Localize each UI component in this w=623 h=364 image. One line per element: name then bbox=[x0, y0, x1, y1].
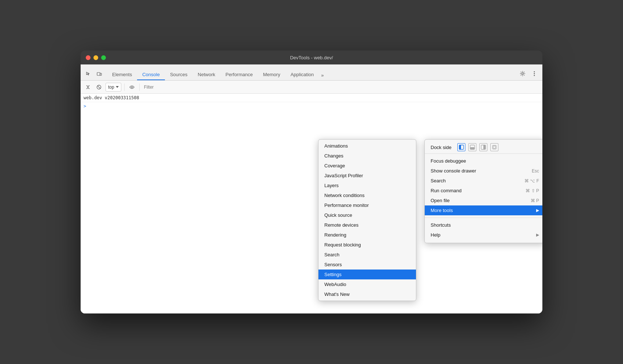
tab-console[interactable]: Console bbox=[137, 64, 165, 80]
menu-item-sensors[interactable]: Sensors bbox=[318, 260, 416, 270]
undock-icon[interactable] bbox=[490, 143, 498, 151]
menu-divider-1 bbox=[425, 153, 542, 154]
more-options-icon[interactable] bbox=[529, 68, 539, 79]
svg-rect-11 bbox=[459, 145, 461, 149]
tab-network[interactable]: Network bbox=[193, 64, 221, 80]
eye-icon[interactable] bbox=[128, 83, 136, 92]
traffic-lights bbox=[86, 55, 106, 60]
toolbar-divider2 bbox=[139, 83, 140, 91]
devtools-window: DevTools - web.dev/ Elements bbox=[81, 51, 542, 313]
menu-item-whats-new[interactable]: What's New bbox=[318, 289, 416, 299]
minimize-button[interactable] bbox=[93, 55, 98, 60]
menu-focus-debuggee[interactable]: Focus debuggee bbox=[425, 156, 542, 166]
close-button[interactable] bbox=[86, 55, 91, 60]
menu-divider-2 bbox=[425, 218, 542, 218]
tab-application[interactable]: Application bbox=[285, 64, 319, 80]
window-title: DevTools - web.dev/ bbox=[290, 55, 333, 60]
tab-bar: Elements Console Sources Network Perform… bbox=[81, 64, 542, 81]
filter-input[interactable] bbox=[143, 84, 539, 90]
tab-sources[interactable]: Sources bbox=[165, 64, 193, 80]
svg-rect-0 bbox=[97, 73, 100, 75]
devtools-body: Elements Console Sources Network Perform… bbox=[81, 64, 542, 313]
settings-icon[interactable] bbox=[517, 68, 528, 79]
menu-item-coverage[interactable]: Coverage bbox=[318, 161, 416, 171]
title-bar: DevTools - web.dev/ bbox=[81, 51, 542, 64]
maximize-button[interactable] bbox=[101, 55, 106, 60]
tab-bar-icons bbox=[84, 69, 104, 80]
dock-right-icon[interactable] bbox=[479, 143, 487, 151]
menu-run-command[interactable]: Run command ⌘ ⇧ P bbox=[425, 186, 542, 196]
menu-item-js-profiler[interactable]: JavaScript Profiler bbox=[318, 171, 416, 181]
console-toolbar: top bbox=[81, 81, 542, 94]
menu-item-remote-devices[interactable]: Remote devices bbox=[318, 220, 416, 230]
menu-open-file[interactable]: Open file ⌘ P bbox=[425, 196, 542, 205]
svg-point-3 bbox=[534, 71, 535, 73]
tab-memory[interactable]: Memory bbox=[258, 64, 285, 80]
main-context-menu[interactable]: Dock side bbox=[424, 139, 542, 243]
svg-rect-17 bbox=[493, 146, 495, 148]
menu-item-animations[interactable]: Animations bbox=[318, 141, 416, 151]
svg-rect-15 bbox=[483, 145, 486, 149]
menu-show-console-drawer[interactable]: Show console drawer Esc bbox=[425, 166, 542, 176]
menu-item-perf-monitor[interactable]: Performance monitor bbox=[318, 200, 416, 210]
menu-item-layers[interactable]: Layers bbox=[318, 181, 416, 190]
menu-item-changes[interactable]: Changes bbox=[318, 151, 416, 161]
device-toolbar-icon[interactable] bbox=[95, 69, 104, 79]
menu-section-2: Shortcuts Help ▶ bbox=[425, 219, 542, 241]
toolbar-right bbox=[517, 68, 539, 80]
clear-console-icon[interactable] bbox=[84, 83, 92, 92]
dock-left-icon[interactable] bbox=[457, 143, 465, 151]
svg-line-8 bbox=[97, 86, 100, 89]
dock-side-label: Dock side bbox=[431, 145, 451, 150]
select-element-icon[interactable] bbox=[84, 69, 93, 79]
menu-item-network-conditions[interactable]: Network conditions bbox=[318, 190, 416, 200]
toolbar-divider bbox=[124, 83, 125, 91]
svg-point-5 bbox=[534, 75, 535, 76]
block-icon[interactable] bbox=[95, 83, 103, 92]
svg-point-4 bbox=[534, 73, 535, 74]
more-tools-submenu[interactable]: Animations Changes Coverage JavaScript P… bbox=[318, 139, 416, 301]
menu-item-request-blocking[interactable]: Request blocking bbox=[318, 240, 416, 250]
menu-item-rendering[interactable]: Rendering bbox=[318, 230, 416, 240]
menu-section-1: Focus debuggee Show console drawer Esc S… bbox=[425, 155, 542, 217]
dock-bottom-icon[interactable] bbox=[468, 143, 476, 151]
menu-item-webaudio[interactable]: WebAudio bbox=[318, 279, 416, 289]
menu-item-search[interactable]: Search bbox=[318, 250, 416, 260]
tab-elements[interactable]: Elements bbox=[107, 64, 137, 80]
console-content: web.dev v202003311508 > Animations Chang… bbox=[81, 94, 542, 313]
console-log-line: web.dev v202003311508 bbox=[81, 94, 542, 102]
console-prompt[interactable]: > bbox=[81, 102, 542, 110]
context-select[interactable]: top bbox=[106, 83, 121, 92]
svg-rect-13 bbox=[470, 147, 475, 149]
svg-rect-1 bbox=[100, 73, 102, 75]
tab-performance[interactable]: Performance bbox=[220, 64, 258, 80]
menu-item-quick-source[interactable]: Quick source bbox=[318, 210, 416, 220]
menu-more-tools[interactable]: More tools ▶ bbox=[425, 205, 542, 215]
menu-search[interactable]: Search ⌘ ⌥ F bbox=[425, 176, 542, 186]
svg-point-2 bbox=[522, 73, 524, 75]
svg-marker-6 bbox=[86, 85, 90, 89]
menu-shortcuts[interactable]: Shortcuts bbox=[425, 220, 542, 230]
menu-item-settings[interactable]: Settings bbox=[318, 270, 416, 279]
more-tabs-button[interactable]: » bbox=[319, 70, 326, 80]
svg-point-9 bbox=[131, 86, 133, 88]
dropdown-container: Animations Changes Coverage JavaScript P… bbox=[81, 94, 542, 313]
menu-help[interactable]: Help ▶ bbox=[425, 230, 542, 240]
dock-side-area: Dock side bbox=[425, 141, 542, 153]
